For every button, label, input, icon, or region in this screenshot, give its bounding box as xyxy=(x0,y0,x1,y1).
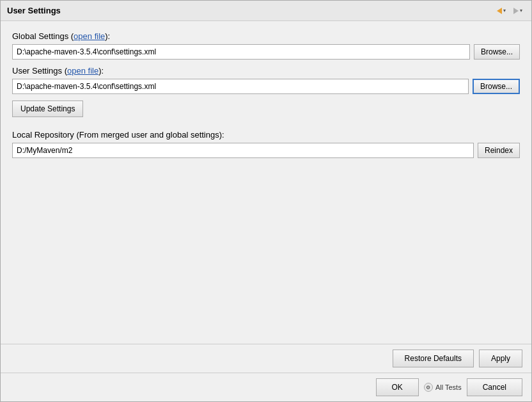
update-settings-button[interactable]: Update Settings xyxy=(12,100,83,117)
local-repo-input[interactable] xyxy=(12,143,474,158)
user-settings-input[interactable] xyxy=(12,79,469,94)
user-settings-browse-button[interactable]: Browse... xyxy=(473,79,520,94)
restore-defaults-button[interactable]: Restore Defaults xyxy=(393,350,474,367)
local-repo-label: Local Repository (From merged user and g… xyxy=(12,130,520,140)
back-arrow-icon xyxy=(497,8,502,14)
global-settings-row: Browse... xyxy=(12,44,520,60)
bottom-bar: Restore Defaults Apply xyxy=(1,344,531,373)
global-settings-open-file-link[interactable]: open file xyxy=(74,31,105,41)
ok-button[interactable]: OK xyxy=(376,378,419,396)
all-tests-icon: ⚙ xyxy=(424,383,433,392)
global-settings-browse-button[interactable]: Browse... xyxy=(474,44,520,60)
back-button[interactable]: ▾ xyxy=(494,6,508,15)
forward-arrow-icon xyxy=(513,8,519,14)
all-tests-area: ⚙ All Tests xyxy=(424,383,462,392)
content-area: Global Settings (open file): Browse... U… xyxy=(1,21,531,344)
apply-button[interactable]: Apply xyxy=(479,350,522,367)
user-settings-row: Browse... xyxy=(12,79,520,94)
back-dropdown-icon: ▾ xyxy=(503,8,506,13)
global-settings-input[interactable] xyxy=(12,44,470,60)
ok-cancel-bar: OK ⚙ All Tests Cancel xyxy=(1,373,531,401)
title-bar: User Settings ▾ ▾ xyxy=(1,1,531,21)
dialog-wrapper: User Settings ▾ ▾ Global Settings (open … xyxy=(0,0,532,402)
cancel-button[interactable]: Cancel xyxy=(467,378,522,396)
forward-button[interactable]: ▾ xyxy=(511,6,525,15)
update-settings-wrapper: Update Settings xyxy=(12,100,520,130)
user-settings-open-file-link[interactable]: open file xyxy=(67,66,98,76)
forward-dropdown-icon: ▾ xyxy=(520,8,522,13)
reindex-button[interactable]: Reindex xyxy=(478,143,520,158)
user-settings-label: User Settings (open file): xyxy=(12,66,520,76)
global-settings-label: Global Settings (open file): xyxy=(12,31,520,41)
all-tests-label: All Tests xyxy=(435,383,462,391)
title-bar-actions: ▾ ▾ xyxy=(494,6,525,15)
local-repo-row: Reindex xyxy=(12,143,520,158)
dialog-title: User Settings xyxy=(7,6,61,15)
